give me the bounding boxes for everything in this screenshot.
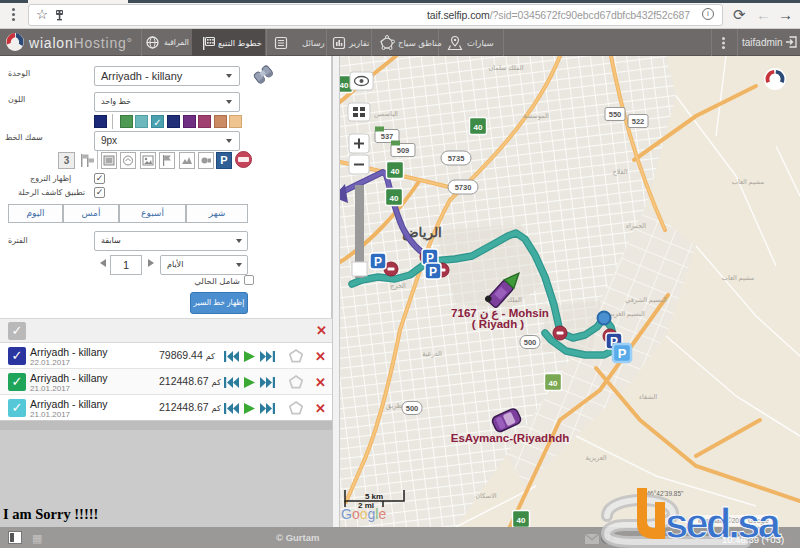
svg-text:الخرج: الخرج bbox=[390, 282, 406, 290]
svg-text:مشيم العاب: مشيم العاب bbox=[722, 274, 754, 282]
svg-text:5735: 5735 bbox=[448, 154, 465, 163]
svg-text:( Riyadh ): ( Riyadh ) bbox=[472, 318, 525, 330]
svg-text:الياسمين: الياسمين bbox=[374, 110, 398, 118]
svg-text:EsAymanc-(Riyadhdh: EsAymanc-(Riyadhdh bbox=[451, 432, 569, 444]
svg-text:40: 40 bbox=[340, 81, 349, 90]
svg-text:العزيزية: العزيزية bbox=[585, 454, 606, 462]
svg-text:509: 509 bbox=[397, 146, 410, 155]
svg-text:الاسكان: الاسكان bbox=[475, 492, 496, 499]
svg-text:500: 500 bbox=[524, 338, 537, 347]
svg-text:40: 40 bbox=[474, 123, 483, 132]
svg-text:البسيم الغربي: البسيم الغربي bbox=[607, 310, 645, 318]
svg-text:الفلاح: الفلاح bbox=[612, 168, 627, 176]
svg-text:40: 40 bbox=[391, 167, 400, 176]
svg-text:الحمراء: الحمراء bbox=[626, 222, 646, 230]
svg-text:500: 500 bbox=[406, 404, 419, 413]
svg-text:40: 40 bbox=[549, 379, 558, 388]
svg-text:مشيم العاب: مشيم العاب bbox=[732, 178, 764, 186]
svg-text:5 km: 5 km bbox=[365, 492, 383, 501]
svg-text:537: 537 bbox=[381, 132, 394, 141]
svg-text:Google: Google bbox=[341, 506, 386, 522]
svg-text:5730: 5730 bbox=[455, 183, 472, 192]
svg-text:522: 522 bbox=[632, 117, 645, 126]
svg-text:P: P bbox=[429, 265, 437, 279]
svg-text:P: P bbox=[618, 346, 627, 361]
svg-text:الملك سلمان: الملك سلمان bbox=[488, 64, 523, 71]
svg-text:الشفاء: الشفاء bbox=[639, 393, 657, 400]
svg-text:P: P bbox=[374, 255, 382, 269]
svg-text:الدرعية: الدرعية bbox=[422, 350, 442, 358]
svg-text:40: 40 bbox=[390, 194, 399, 203]
svg-text:550: 550 bbox=[609, 110, 622, 119]
svg-text:الموسسة: الموسسة bbox=[523, 112, 549, 120]
svg-text:40: 40 bbox=[517, 516, 526, 525]
svg-text:البسيم الشرقي: البسيم الشرقي bbox=[625, 296, 667, 304]
